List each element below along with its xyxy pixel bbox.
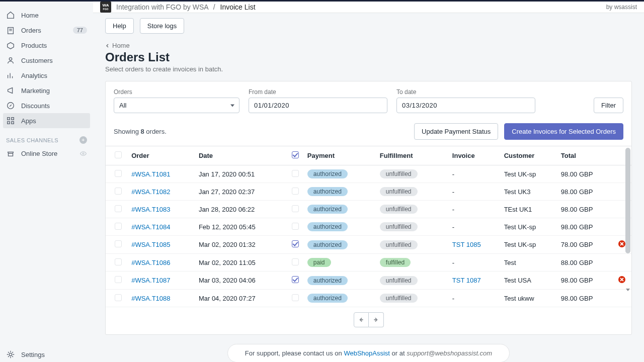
fulfillment-badge: unfulfilled [380,240,418,249]
date-cell: Feb 12, 2020 05:45 [195,218,288,236]
sidebar-item-analytics[interactable]: Analytics [0,68,93,83]
help-button[interactable]: Help [105,18,134,34]
scroll-down-icon[interactable] [624,286,631,293]
col-customer: Customer [500,146,557,165]
row-payment-checkbox[interactable] [292,188,299,195]
appbar: WAFGO Integration with FGO by WSA / Invo… [93,2,644,13]
svg-point-1 [9,58,12,60]
fulfillment-badge: unfulfilled [380,294,418,303]
analytics-icon [6,71,15,80]
total-cell: 78.00 GBP [557,236,614,254]
invoice-link[interactable]: TST 1085 [452,241,481,248]
prev-page-button[interactable] [354,312,369,327]
sidebar-item-apps[interactable]: Apps [3,113,90,128]
date-cell: Jan 27, 2020 02:37 [195,183,288,201]
row-payment-checkbox[interactable] [292,223,299,230]
breadcrumb-path: Integration with FGO by WSA / Invoice Li… [116,3,256,11]
customers-icon [6,56,15,65]
support-link[interactable]: WebShopAssist [344,349,390,357]
row-checkbox[interactable] [115,170,122,177]
sidebar-item-settings[interactable]: Settings [0,347,93,362]
update-payment-button[interactable]: Update Payment Status [414,123,498,140]
total-cell: 98.00 GBP [557,272,614,290]
create-invoices-button[interactable]: Create Invoices for Selected Orders [504,123,623,140]
table-row: #WSA.T1083Jan 28, 2020 06:22authorizedun… [106,201,631,218]
sidebar-item-orders[interactable]: Orders 77 [0,23,93,38]
total-cell: 98.00 GBP [557,183,614,201]
order-link[interactable]: #WSA.T1086 [131,259,170,266]
page-title: Orders List [93,49,644,64]
date-cell: Jan 17, 2020 00:51 [195,165,288,183]
sidebar-item-label: Home [21,12,39,19]
order-link[interactable]: #WSA.T1083 [131,206,170,213]
showing-text: Showing 8 orders. [114,128,167,135]
sidebar-item-label: Apps [21,117,36,125]
sidebar-item-customers[interactable]: Customers [0,53,93,68]
fulfillment-badge: unfulfilled [380,205,418,214]
row-checkbox[interactable] [115,240,122,247]
vertical-scrollbar[interactable] [624,146,631,293]
from-date-input[interactable] [249,98,387,113]
add-channel-icon[interactable]: + [79,136,87,144]
row-checkbox[interactable] [115,205,122,212]
customer-cell: Test [500,254,557,272]
fulfillment-badge: unfulfilled [380,187,418,196]
payment-badge: authorized [307,205,348,214]
order-link[interactable]: #WSA.T1084 [131,223,170,231]
order-link[interactable]: #WSA.T1082 [131,188,170,196]
page-subtitle: Select orders to create invoices in batc… [93,64,644,78]
sidebar-item-products[interactable]: Products [0,38,93,53]
payment-badge: authorized [307,187,348,196]
invoice-cell: - [452,295,454,302]
customer-cell: Test UK-sp [500,236,557,254]
row-payment-checkbox[interactable] [292,294,299,301]
toolbar: Help Store logs [93,13,644,39]
store-logs-button[interactable]: Store logs [140,18,185,34]
svg-point-8 [9,353,12,355]
order-link[interactable]: #WSA.T1081 [131,170,170,178]
orders-filter-select[interactable]: All [114,98,239,113]
marketing-icon [6,86,15,95]
order-link[interactable]: #WSA.T1087 [131,277,170,284]
date-cell: Jan 28, 2020 06:22 [195,201,288,218]
row-checkbox[interactable] [115,223,122,230]
svg-rect-6 [12,122,14,124]
date-cell: Mar 03, 2020 04:06 [195,272,288,290]
date-cell: Mar 04, 2020 07:27 [195,290,288,307]
payment-badge: authorized [307,169,348,178]
products-icon [6,41,15,50]
row-payment-checkbox[interactable] [292,205,299,212]
to-date-input[interactable] [396,98,535,113]
payment-filter-checkbox[interactable] [292,151,299,158]
sidebar-item-online-store[interactable]: Online Store [0,146,93,161]
payment-badge: authorized [307,294,348,303]
row-payment-checkbox[interactable] [292,170,299,177]
row-checkbox[interactable] [115,276,122,283]
customer-cell: Test ukww [500,290,557,307]
row-payment-checkbox[interactable] [292,258,299,265]
breadcrumb-back[interactable]: Home [93,39,644,49]
table-row: #WSA.T1087Mar 03, 2020 04:06authorizedun… [106,272,631,290]
sidebar-item-marketing[interactable]: Marketing [0,83,93,98]
invoice-link[interactable]: TST 1087 [452,277,481,284]
table-row: #WSA.T1084Feb 12, 2020 05:45authorizedun… [106,218,631,236]
row-checkbox[interactable] [115,188,122,195]
col-payment: Payment [303,146,376,165]
sidebar-item-discounts[interactable]: Discounts [0,98,93,113]
order-link[interactable]: #WSA.T1085 [131,241,170,248]
row-payment-checkbox[interactable] [292,240,299,247]
next-page-button[interactable] [369,312,384,327]
sidebar-item-home[interactable]: Home [0,8,93,23]
select-all-checkbox[interactable] [115,151,122,158]
customer-cell: Test USA [500,272,557,290]
order-link[interactable]: #WSA.T1088 [131,295,170,302]
row-checkbox[interactable] [115,294,122,301]
table-row: #WSA.T1082Jan 27, 2020 02:37authorizedun… [106,183,631,201]
row-checkbox[interactable] [115,258,122,265]
total-cell: 98.00 GBP [557,165,614,183]
invoice-cell: - [452,170,454,178]
row-payment-checkbox[interactable] [292,276,299,283]
filter-button[interactable]: Filter [594,98,623,113]
eye-icon[interactable] [79,150,87,157]
table-row: #WSA.T1085Mar 02, 2020 01:32authorizedun… [106,236,631,254]
